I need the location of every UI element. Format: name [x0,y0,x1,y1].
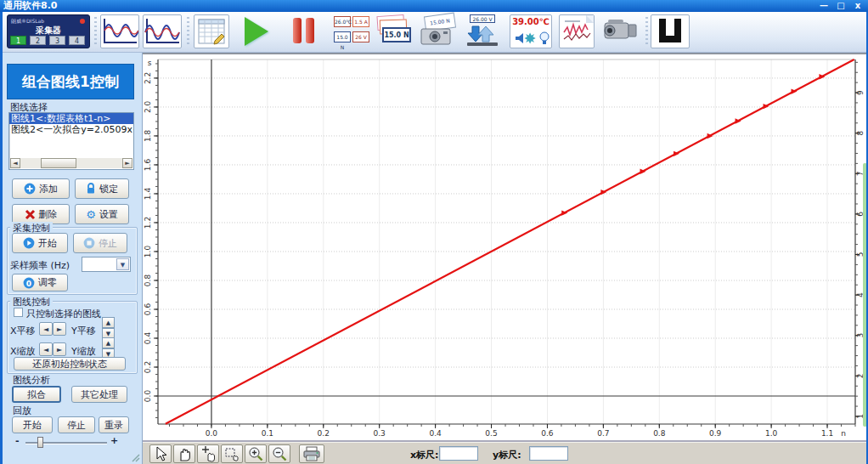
main-toolbar: 朗威®DISLab 采集器 1 2 3 4 [0,12,868,53]
settings-button[interactable]: ⚙ 设置 [75,204,129,224]
cursor-arrow-icon [152,445,169,462]
zero-icon: 0 [23,277,35,289]
svg-text:1.2: 1.2 [144,217,152,229]
dislab-collector-button[interactable]: 朗威®DISLab 采集器 1 2 3 4 [7,14,90,48]
playback-start-button[interactable]: 开始 [12,416,53,433]
x-pan-right-button[interactable]: ► [53,322,66,336]
acquire-stop-button[interactable]: 停止 [73,233,127,253]
svg-text:2.0: 2.0 [144,101,152,114]
camera-icon [418,14,455,48]
svg-text:0.6: 0.6 [144,303,152,316]
playback-slider-thumb[interactable] [37,437,43,448]
minimize-button[interactable]: — [817,1,831,11]
chart-plot[interactable]: 0.00.10.20.30.40.50.60.70.80.91.01.10.00… [143,54,868,442]
channel-3-button[interactable]: 3 [49,36,65,45]
x-ruler-field[interactable] [439,446,478,461]
updown-arrows-icon [464,14,501,48]
channel-4-button[interactable]: 4 [69,36,85,45]
device-led-icon [80,19,85,24]
toolbar-separator [94,17,97,46]
add-button[interactable]: 添加 [12,178,70,199]
temp-display: 39.00℃ [510,17,551,26]
control-sidebar: 组合图线1控制 图线选择 图线1<:数据表格t1-n> 图线2<一次拟合y=2.… [0,53,143,464]
x-zoom-in-button[interactable]: ► [53,342,66,356]
scrollbar-thumb[interactable] [41,158,76,168]
only-selected-checkbox[interactable] [14,308,23,317]
svg-text:0.0: 0.0 [206,429,218,438]
graph-list-item[interactable]: 图线1<:数据表格t1-n> [9,113,133,124]
delete-x-icon [25,209,36,220]
waveform-view-2-button[interactable] [143,14,182,48]
pause-button[interactable] [287,14,321,48]
camcorder-icon [600,14,639,48]
only-selected-label: 只控制选择的图线 [26,308,101,320]
channel-2-button[interactable]: 2 [30,36,46,45]
analysis-label: 图线分析 [10,374,53,387]
run-button[interactable] [238,14,275,48]
point-pick-tool-button[interactable] [197,444,219,463]
y-pan-up-button[interactable]: ▲ [102,317,115,328]
waveform-view-button[interactable] [100,14,139,48]
data-transfer-button[interactable]: 26.00 V [464,14,503,48]
other-process-button[interactable]: 其它处理 [71,386,127,403]
gear-icon: ⚙ [86,209,96,220]
stop-icon [83,237,95,249]
restore-button[interactable]: 还原初始控制状态 [14,357,126,371]
u-sensor-icon [659,19,681,42]
rerecord-button[interactable]: 重录 [99,416,129,433]
svg-text:1.4: 1.4 [144,188,152,201]
meter-grid-button[interactable]: 26.0℃ 1.5 A 15.0 N 26 V [333,14,370,48]
channel-1-button[interactable]: 1 [10,36,26,45]
maximize-button[interactable]: □ [834,1,848,11]
svg-text:0: 0 [26,279,31,287]
sample-rate-label: 采样频率 (Hz) [10,259,70,272]
pan-tool-button[interactable] [173,444,195,463]
horizontal-scrollbar[interactable]: ◄ ► [10,158,132,168]
snapshot-button[interactable]: 15.00 N [418,14,457,48]
slider-minus-label: - [15,435,20,446]
x-pan-label: X平移 [10,325,36,337]
lock-button[interactable]: 锁定 [75,178,129,199]
svg-text:9: 9 [856,90,865,95]
sample-rate-combobox[interactable]: ▼ [82,257,131,272]
zoom-in-icon [247,445,264,462]
x-zoom-out-button[interactable]: ◄ [39,342,53,356]
select-tool-button[interactable] [149,444,172,463]
svg-text:0.1: 0.1 [262,429,273,438]
title-bar: 通用软件8.0 — □ x [0,0,868,12]
y-zoom-label: Y缩放 [71,345,96,358]
graph-list: 图线1<:数据表格t1-n> 图线2<一次拟合y=2.0509x+(- ◄ ► [8,112,134,170]
meter-stack-button[interactable]: 15.0 N [375,14,413,48]
camcorder-button[interactable] [600,14,640,48]
meter-value: 26 V [352,31,369,42]
device-control-button[interactable]: 39.00℃ [510,14,552,48]
report-button[interactable] [559,14,595,48]
svg-text:0.3: 0.3 [374,429,386,438]
scroll-left-icon[interactable]: ◄ [10,158,20,168]
playback-stop-button[interactable]: 停止 [58,416,95,433]
pause-icon [306,18,314,43]
zoom-out-tool-button[interactable] [268,444,290,463]
x-pan-left-button[interactable]: ◄ [39,322,53,336]
data-table-button[interactable] [194,14,229,48]
fit-button[interactable]: 拟合 [12,386,61,403]
close-button[interactable]: x [851,1,865,11]
acquire-start-button[interactable]: 开始 [12,233,68,253]
y-ruler-field[interactable] [529,446,568,461]
y-ruler-label: y标尺: [493,449,521,461]
meter-value: 26.0℃ [334,16,351,27]
zero-adjust-button[interactable]: 0 调零 [12,274,68,291]
svg-text:0.5: 0.5 [485,429,497,438]
print-button[interactable] [299,444,324,463]
zoom-in-tool-button[interactable] [245,444,267,463]
scroll-right-icon[interactable]: ► [122,158,132,168]
sidebar-header: 组合图线1控制 [7,64,134,99]
waveform-icon [101,15,138,48]
graph-list-item[interactable]: 图线2<一次拟合y=2.0509x+(- [9,124,133,135]
play-icon [245,17,268,46]
y-zoom-up-button[interactable]: ▲ [102,337,115,348]
force-sensor-button[interactable] [651,14,690,48]
combobox-dropdown-icon[interactable]: ▼ [116,258,129,270]
region-select-tool-button[interactable] [221,444,243,463]
resize-grip-icon[interactable] [132,454,140,462]
